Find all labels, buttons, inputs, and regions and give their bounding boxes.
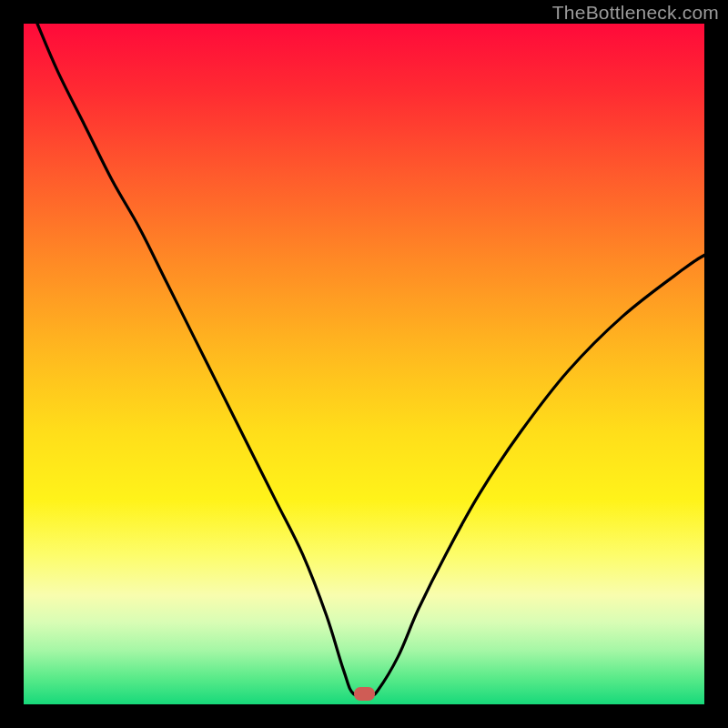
bottleneck-curve: [24, 24, 704, 704]
optimal-point-marker: [354, 687, 375, 701]
chart-frame: TheBottleneck.com: [0, 0, 728, 728]
plot-area: [24, 24, 704, 704]
watermark-text: TheBottleneck.com: [552, 2, 719, 24]
